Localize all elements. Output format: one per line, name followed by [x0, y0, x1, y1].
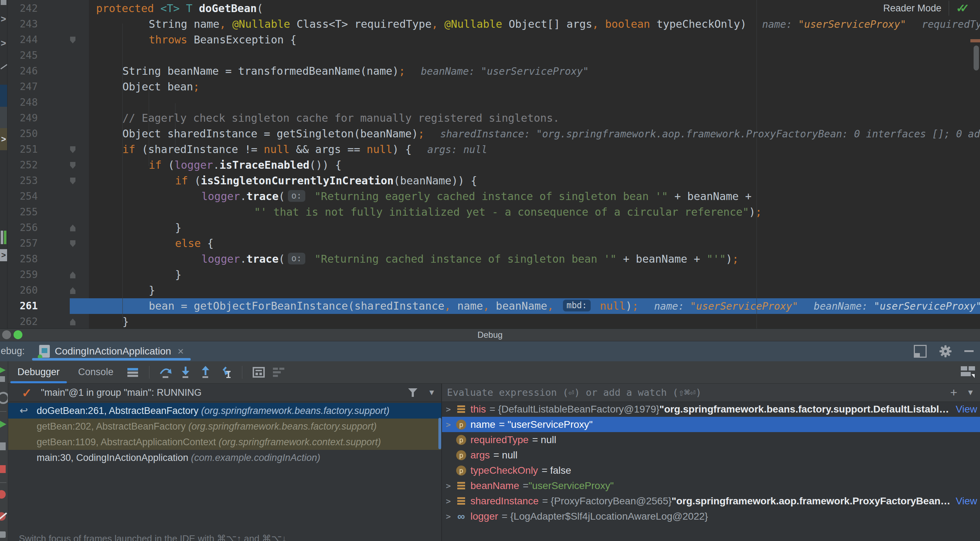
variable-value: = "userServiceProxy" [523, 480, 980, 492]
panel-splitter[interactable] [441, 383, 442, 541]
resume-icon[interactable] [0, 420, 6, 429]
frames-scrollbar[interactable] [438, 418, 441, 449]
right-margin-guide [757, 0, 757, 328]
code-token: ; [756, 206, 762, 218]
divider [242, 366, 242, 379]
fold-marker-icon[interactable] [70, 37, 75, 43]
add-watch-icon[interactable]: + [950, 383, 957, 401]
code-token: , [483, 300, 496, 312]
value-icon [455, 406, 468, 413]
layout-blocks-icon[interactable] [961, 366, 975, 378]
chevron-down-icon[interactable]: ▼ [428, 383, 436, 401]
step-out-icon[interactable] [199, 365, 213, 379]
step-into-icon[interactable] [179, 365, 193, 379]
code-text: Object bean; [96, 79, 200, 95]
variable-row-beanName[interactable]: >beanName= "userServiceProxy" [442, 478, 980, 493]
code-line-245: 245 [0, 48, 980, 64]
evaluate-expression-icon[interactable] [251, 365, 266, 379]
frame-row[interactable]: getBean:202, AbstractBeanFactory (org.sp… [8, 418, 441, 434]
stop-icon[interactable] [0, 465, 6, 473]
code-token: <T> T [161, 2, 199, 14]
code-token: null [593, 300, 625, 312]
close-icon[interactable]: × [178, 345, 184, 357]
editor-scrollbar[interactable] [974, 46, 979, 70]
rerun-icon[interactable] [0, 366, 6, 374]
frame-row[interactable]: getBean:1109, AbstractApplicationContext… [8, 434, 441, 450]
wrench-icon[interactable] [0, 392, 8, 404]
frame-row[interactable]: main:30, CodingInActionApplication (com.… [8, 450, 441, 466]
filter-icon[interactable] [408, 388, 418, 397]
pause-icon[interactable] [0, 442, 6, 450]
evaluate-expression-bar[interactable]: Evaluate expression (⏎) or add a watch (… [442, 383, 980, 402]
expand-chevron-icon[interactable]: > [442, 512, 455, 521]
line-number: 243 [6, 16, 38, 32]
run-config-tab-title: CodingInActionApplication [55, 345, 171, 357]
fold-marker-icon[interactable] [70, 178, 75, 185]
view-link[interactable]: View [952, 404, 980, 415]
thread-status-row[interactable]: ✓ "main"@1 in group "main": RUNNING ▼ [8, 383, 441, 402]
layout-settings-icon[interactable] [272, 365, 286, 379]
line-number: 260 [6, 283, 38, 298]
reader-mode-label: Reader Mode [883, 3, 942, 14]
thread-dump-icon[interactable] [0, 531, 6, 538]
variable-row-sharedInstance[interactable]: >sharedInstance= {ProxyFactoryBean@2565}… [442, 493, 980, 509]
fold-marker-icon[interactable] [70, 224, 75, 231]
view-breakpoints-icon[interactable] [0, 490, 6, 499]
variable-row-logger[interactable]: >∞logger= {LogAdapter$Slf4jLocationAware… [442, 509, 980, 524]
debug-left-toolbar[interactable] [0, 361, 8, 541]
code-token: @Nullable [444, 18, 503, 30]
parameter-hint-chip: mbd: [563, 300, 591, 312]
expand-chevron-icon[interactable]: > [442, 405, 455, 414]
view-link[interactable]: View [952, 495, 980, 507]
code-token: ; [399, 65, 405, 77]
fold-marker-icon[interactable] [70, 287, 75, 294]
fold-marker-icon[interactable] [70, 318, 75, 325]
fold-marker-icon[interactable] [70, 162, 75, 169]
code-line-259: 259} [0, 267, 980, 283]
expand-chevron-icon[interactable]: > [442, 481, 455, 490]
code-text: } [96, 283, 155, 298]
step-over-icon[interactable] [159, 365, 173, 379]
code-token: Class<T> requiredType [290, 18, 431, 30]
gear-icon[interactable] [939, 345, 951, 357]
current-frame-icon: ↩ [19, 403, 28, 418]
run-to-cursor-icon[interactable] [218, 365, 233, 379]
variable-row-args[interactable]: pargs= null [442, 447, 980, 463]
restore-layout-icon[interactable] [914, 345, 927, 358]
line-number: 252 [6, 158, 38, 173]
code-text: // Eagerly check singleton cache for man… [96, 110, 559, 126]
code-line-242: 242protected <T> T doGetBean( [0, 1, 980, 16]
tab-console[interactable]: Console [69, 361, 123, 383]
code-token: ( [278, 253, 285, 265]
frame-title: main:30, CodingInActionApplication [37, 452, 191, 463]
code-text: logger.trace(o: "Returning eagerly cache… [96, 189, 751, 204]
expand-chevron-icon[interactable]: > [442, 420, 455, 429]
hide-icon[interactable] [964, 350, 974, 352]
debug-window-titlebar[interactable]: Debug [0, 328, 980, 341]
inline-debugger-hint: args: null [427, 144, 487, 156]
variable-row-requiredType[interactable]: prequiredType= null [442, 432, 980, 447]
code-text: } [96, 314, 129, 328]
code-token: isTraceEnabled [220, 159, 310, 171]
line-number: 248 [6, 95, 38, 110]
code-token: . [240, 253, 246, 265]
inspections-ok-icon[interactable]: ✓✓ [956, 2, 970, 15]
code-editor[interactable]: > > > > 242protected <T> T doGetBean(243… [0, 0, 980, 328]
threads-view-icon[interactable] [126, 365, 140, 379]
tab-debugger[interactable]: Debugger [8, 361, 69, 383]
variable-row-this[interactable]: >this= {DefaultListableBeanFactory@1979}… [442, 401, 980, 417]
frame-row[interactable]: ↩doGetBean:261, AbstractBeanFactory (org… [8, 403, 441, 418]
fold-marker-icon[interactable] [70, 146, 75, 153]
run-config-tab[interactable]: CodingInActionApplication × [30, 341, 193, 361]
debug-label: ebug: [1, 341, 25, 361]
code-text: logger.trace(o: "Returning cached instan… [96, 251, 739, 267]
expand-chevron-icon[interactable]: > [442, 496, 455, 506]
code-token: } [175, 268, 181, 281]
chevron-down-icon[interactable]: ▼ [966, 383, 974, 401]
fold-marker-icon[interactable] [70, 272, 75, 278]
code-line-244: 244throws BeansException { [0, 32, 980, 48]
variable-row-name[interactable]: >pname= "userServiceProxy" [442, 417, 980, 432]
reader-mode-widget[interactable]: Reader Mode ✓✓ [883, 0, 969, 16]
variable-row-typeCheckOnly[interactable]: ptypeCheckOnly= false [442, 463, 980, 478]
fold-marker-icon[interactable] [70, 240, 75, 247]
